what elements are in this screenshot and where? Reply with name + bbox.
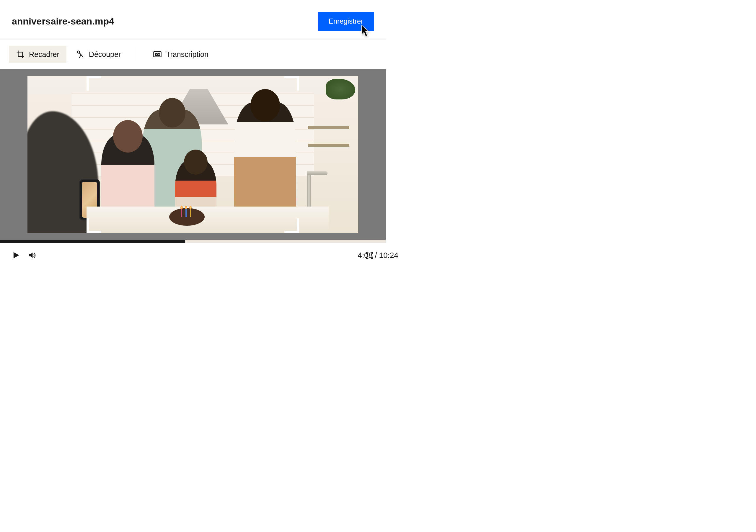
video-frame[interactable] bbox=[27, 76, 358, 233]
cursor-icon bbox=[360, 24, 371, 37]
file-title: anniversaire-sean.mp4 bbox=[12, 16, 114, 27]
crop-handle-top-right[interactable] bbox=[284, 76, 299, 90]
trim-tool-button[interactable]: Découper bbox=[69, 46, 128, 63]
toolbar-divider bbox=[137, 47, 137, 62]
crop-tool-label: Recadrer bbox=[29, 50, 59, 59]
crop-handle-bottom-left[interactable] bbox=[87, 218, 101, 233]
header-bar: anniversaire-sean.mp4 Enregistrer bbox=[0, 0, 386, 40]
playback-controls: 4:08 / 10:24 bbox=[0, 243, 386, 267]
transcription-tool-button[interactable]: CC Transcription bbox=[146, 46, 216, 63]
progress-bar[interactable] bbox=[0, 240, 386, 243]
crop-tool-button[interactable]: Recadrer bbox=[9, 46, 67, 63]
video-content-image bbox=[27, 76, 358, 233]
video-preview-area bbox=[0, 69, 386, 240]
current-time: 4:08 bbox=[358, 251, 373, 260]
toolbar: Recadrer Découper CC Transcription bbox=[0, 40, 386, 69]
crop-icon bbox=[16, 50, 25, 59]
crop-handle-top-left[interactable] bbox=[87, 76, 101, 90]
scissors-icon bbox=[76, 50, 85, 59]
progress-fill bbox=[0, 240, 185, 243]
total-time: 10:24 bbox=[379, 251, 386, 260]
trim-tool-label: Découper bbox=[89, 50, 121, 59]
cc-icon: CC bbox=[153, 50, 162, 59]
transcription-tool-label: Transcription bbox=[166, 50, 208, 59]
crop-handle-bottom-right[interactable] bbox=[284, 218, 299, 233]
time-display: 4:08 / 10:24 bbox=[358, 251, 386, 260]
play-button[interactable] bbox=[12, 251, 20, 259]
svg-text:CC: CC bbox=[155, 53, 160, 56]
volume-button[interactable] bbox=[27, 251, 36, 259]
